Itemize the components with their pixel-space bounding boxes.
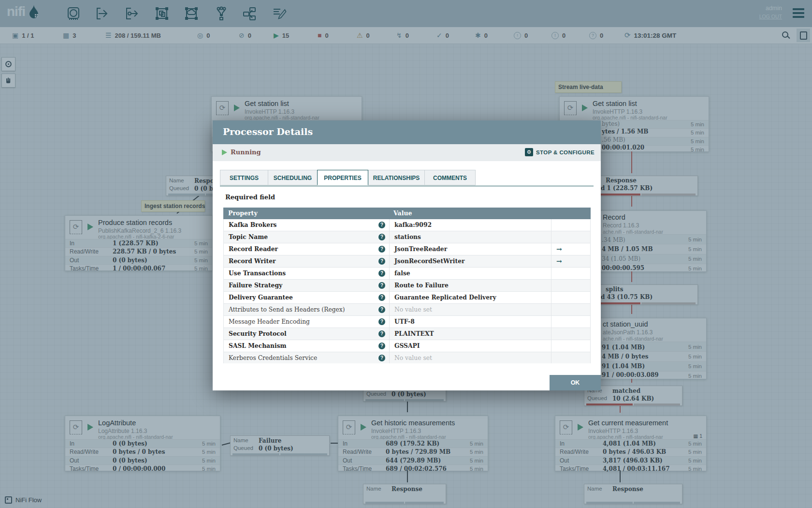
property-value: kafka:9092: [389, 219, 551, 231]
property-actions: [551, 340, 590, 352]
property-actions: [551, 280, 590, 291]
help-icon[interactable]: ?: [378, 318, 385, 325]
goto-service-icon[interactable]: →: [556, 245, 562, 253]
property-actions: [551, 328, 590, 340]
property-row: Record Writer?JsonRecordSetWriter→: [224, 255, 590, 268]
help-icon[interactable]: ?: [378, 343, 385, 349]
goto-service-icon[interactable]: →: [556, 257, 562, 265]
property-value: Guarantee Replicated Delivery: [389, 292, 551, 303]
help-icon[interactable]: ?: [378, 294, 385, 301]
property-value: JsonTreeReader: [389, 243, 551, 255]
property-actions: [551, 219, 590, 231]
property-name: Use Transactions?: [224, 268, 389, 279]
help-icon[interactable]: ?: [378, 246, 385, 253]
property-value: JsonRecordSetWriter: [389, 255, 551, 267]
help-icon[interactable]: ?: [378, 306, 385, 313]
dialog-header: Processor Details: [213, 120, 601, 144]
property-actions: [551, 316, 590, 328]
property-name: Failure Strategy?: [224, 280, 389, 291]
property-table: Property Value Kafka Brokers?kafka:9092T…: [223, 208, 591, 363]
property-name: Kerberos Credentials Service?: [224, 352, 389, 363]
property-name: SASL Mechanism?: [224, 340, 389, 352]
help-icon[interactable]: ?: [378, 222, 385, 228]
property-name: Security Protocol?: [224, 328, 389, 340]
property-value: UTF-8: [389, 316, 551, 328]
property-name: Record Reader?: [224, 243, 389, 255]
processor-details-dialog: Processor Details Running ⚙ STOP & CONFI…: [213, 120, 601, 390]
property-value: No value set: [389, 304, 551, 315]
property-row: Record Reader?JsonTreeReader→: [224, 243, 590, 255]
property-name: Delivery Guarantee?: [224, 292, 389, 303]
property-row: Delivery Guarantee?Guarantee Replicated …: [224, 292, 590, 304]
property-value: false: [389, 268, 551, 279]
help-icon[interactable]: ?: [378, 258, 385, 265]
tab-scheduling[interactable]: SCHEDULING: [268, 170, 318, 185]
property-table-header: Property Value: [223, 208, 591, 219]
property-actions: [551, 231, 590, 243]
property-actions: [551, 352, 590, 363]
property-value: stations: [389, 231, 551, 243]
property-name: Record Writer?: [224, 255, 389, 267]
gear-icon: ⚙: [525, 148, 533, 156]
property-value: Route to Failure: [389, 280, 551, 291]
column-value: Value: [389, 208, 551, 219]
tab-relationships[interactable]: RELATIONSHIPS: [368, 170, 425, 185]
tab-properties[interactable]: PROPERTIES: [317, 170, 368, 185]
property-row: Kerberos Credentials Service?No value se…: [224, 352, 590, 363]
property-value: GSSAPI: [389, 340, 551, 352]
property-name: Attributes to Send as Headers (Regex)?: [224, 304, 389, 315]
property-name: Message Header Encoding?: [224, 316, 389, 328]
property-row: Topic Name?stations: [224, 231, 590, 243]
running-icon: [222, 149, 227, 155]
property-row: Security Protocol?PLAINTEXT: [224, 328, 590, 340]
column-property: Property: [223, 208, 389, 219]
help-icon[interactable]: ?: [378, 330, 385, 337]
property-row: SASL Mechanism?GSSAPI: [224, 340, 590, 352]
tab-settings[interactable]: SETTINGS: [220, 170, 268, 185]
dialog-title: Processor Details: [223, 126, 313, 137]
property-row: Failure Strategy?Route to Failure: [224, 280, 590, 292]
property-actions: →: [551, 255, 590, 267]
property-value: No value set: [389, 352, 551, 363]
help-icon[interactable]: ?: [378, 282, 385, 289]
tab-comments[interactable]: COMMENTS: [424, 170, 476, 185]
nifi-application: ⟳Get station listInvokeHTTP 1.16.3org.ap…: [0, 0, 812, 508]
property-actions: [551, 292, 590, 303]
property-name: Topic Name?: [224, 231, 389, 243]
property-row: Message Header Encoding?UTF-8: [224, 316, 590, 328]
property-row: Attributes to Send as Headers (Regex)?No…: [224, 304, 590, 316]
property-value: PLAINTEXT: [389, 328, 551, 340]
property-row: Kafka Brokers?kafka:9092: [224, 219, 590, 231]
property-actions: →: [551, 243, 590, 255]
dialog-tabs: SETTINGSSCHEDULINGPROPERTIESRELATIONSHIP…: [220, 170, 594, 186]
run-status-label: Running: [231, 149, 261, 156]
property-row: Use Transactions?false: [224, 268, 590, 280]
stop-and-configure-button[interactable]: ⚙ STOP & CONFIGURE: [525, 148, 594, 156]
dialog-state-bar: Running ⚙ STOP & CONFIGURE: [213, 144, 601, 161]
help-icon[interactable]: ?: [378, 355, 385, 361]
help-icon[interactable]: ?: [378, 234, 385, 240]
help-icon[interactable]: ?: [378, 270, 385, 277]
property-actions: [551, 304, 590, 315]
ok-button[interactable]: OK: [550, 375, 601, 390]
property-actions: [551, 268, 590, 279]
property-name: Kafka Brokers?: [224, 219, 389, 231]
required-field-note: Required field: [225, 194, 275, 201]
